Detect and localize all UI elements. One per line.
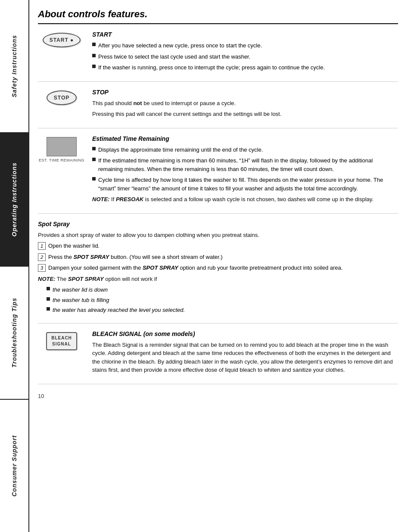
- start-title: START: [92, 31, 398, 38]
- spot-sub-text-2: the washer tub is filling: [53, 296, 109, 305]
- bleach-button-icon: BLEACHSIGNAL: [46, 332, 77, 350]
- display-box-icon: [47, 137, 77, 156]
- step-num-1: 1: [38, 242, 46, 250]
- bullet-icon: [47, 307, 50, 311]
- bleach-paragraph: The Bleach Signal is a reminder signal t…: [92, 341, 398, 374]
- spot-spray-section: Spot Spray Provides a short spray of wat…: [38, 214, 398, 324]
- stop-para-2: Pressing this pad will cancel the curren…: [92, 110, 398, 118]
- sidebar-section-operating: Operating Instructions: [0, 133, 28, 266]
- sidebar-section-consumer: Consumer Support: [0, 400, 28, 532]
- bullet-icon: [92, 147, 96, 150]
- est-bullet-3: Cycle time is affected by how long it ta…: [92, 176, 398, 193]
- est-bullet-text-3: Cycle time is affected by how long it ta…: [98, 176, 398, 193]
- step-num-2: 2: [38, 253, 46, 261]
- stop-section: STOP STOP This pad should not be used to…: [38, 82, 398, 128]
- bleach-title: BLEACH SIGNAL (on some models): [92, 330, 398, 337]
- stop-title: STOP: [92, 89, 398, 96]
- spot-note: NOTE: The SPOT SPRAY option will not wor…: [38, 275, 398, 283]
- start-bullet-1: After you have selected a new cycle, pre…: [92, 41, 398, 50]
- start-bullet-text-2: Press twice to select the last cycle use…: [98, 53, 398, 61]
- est-time-caption: Est. Time Remaining: [39, 158, 84, 162]
- est-time-icon-col: Est. Time Remaining: [38, 135, 85, 206]
- stop-content: STOP This pad should not be used to inte…: [92, 89, 398, 121]
- sidebar-label-consumer: Consumer Support: [11, 435, 18, 497]
- est-time-section: Est. Time Remaining Estimated Time Remai…: [38, 128, 398, 214]
- start-icon-col: START ●: [38, 31, 85, 75]
- est-bullet-2: If the estimated time remaining is more …: [92, 156, 398, 173]
- sidebar: Safety Instructions Operating Instructio…: [0, 0, 29, 532]
- sidebar-section-safety: Safety Instructions: [0, 0, 28, 133]
- spot-step-1: 1 Open the washer lid.: [38, 242, 398, 250]
- spot-spray-title: Spot Spray: [38, 221, 398, 227]
- bullet-icon: [92, 54, 96, 57]
- sidebar-label-safety: Safety Instructions: [11, 35, 18, 97]
- step-text-1: Open the washer lid.: [48, 242, 398, 250]
- est-bullet-text-2: If the estimated time remaining is more …: [98, 156, 398, 173]
- bleach-signal-section: BLEACHSIGNAL BLEACH SIGNAL (on some mode…: [38, 324, 398, 384]
- spot-spray-content: Spot Spray Provides a short spray of wat…: [38, 221, 398, 316]
- bullet-icon: [92, 177, 96, 180]
- start-button-icon: START ●: [43, 33, 81, 47]
- spot-sub-bullet-2: the washer tub is filling: [47, 296, 398, 305]
- bullet-icon: [92, 158, 96, 161]
- est-time-title: Estimated Time Remaining: [92, 135, 398, 142]
- spot-sub-text-1: the washer lid is down: [53, 286, 108, 294]
- spot-spray-intro: Provides a short spray of water to allow…: [38, 231, 398, 240]
- step-num-3: 3: [38, 264, 46, 272]
- bullet-icon: [92, 65, 96, 68]
- bleach-content: BLEACH SIGNAL (on some models) The Bleac…: [92, 330, 398, 377]
- est-time-content: Estimated Time Remaining Displays the ap…: [92, 135, 398, 206]
- sidebar-label-operating: Operating Instructions: [11, 162, 18, 236]
- stop-para-1: This pad should not be used to interrupt…: [92, 99, 398, 108]
- bullet-icon: [92, 43, 96, 46]
- main-content: About controls features. START ● START A…: [29, 0, 411, 532]
- bleach-icon-col: BLEACHSIGNAL: [38, 330, 85, 377]
- est-bullet-text-1: Displays the approximate time remaining …: [98, 146, 398, 154]
- start-section: START ● START After you have selected a …: [38, 24, 398, 82]
- stop-icon-col: STOP: [38, 89, 85, 121]
- spot-step-2: 2 Press the SPOT SPRAY button. (You will…: [38, 253, 398, 261]
- page-number: 10: [38, 393, 398, 399]
- sidebar-label-troubleshooting: Troubleshooting Tips: [11, 298, 18, 368]
- spot-sub-bullet-3: the water has already reached the level …: [47, 306, 398, 314]
- start-bullet-2: Press twice to select the last cycle use…: [92, 53, 398, 61]
- start-bullet-text-3: If the washer is running, press once to …: [98, 63, 398, 72]
- bullet-icon: [47, 297, 50, 301]
- stop-button-icon: STOP: [47, 90, 77, 105]
- step-text-3: Dampen your soiled garment with the SPOT…: [48, 264, 398, 272]
- start-bullet-text-1: After you have selected a new cycle, pre…: [98, 41, 398, 50]
- page-title: About controls features.: [38, 9, 398, 20]
- sidebar-section-troubleshooting: Troubleshooting Tips: [0, 267, 28, 400]
- est-bullet-1: Displays the approximate time remaining …: [92, 146, 398, 154]
- est-note: NOTE: If PRESOAK is selected and a follo…: [92, 195, 398, 204]
- spot-sub-bullet-1: the washer lid is down: [47, 286, 398, 294]
- start-bullet-3: If the washer is running, press once to …: [92, 63, 398, 72]
- bullet-icon: [47, 287, 50, 290]
- spot-sub-text-3: the water has already reached the level …: [53, 306, 185, 314]
- start-content: START After you have selected a new cycl…: [92, 31, 398, 75]
- spot-step-3: 3 Dampen your soiled garment with the SP…: [38, 264, 398, 272]
- step-text-2: Press the SPOT SPRAY button. (You will s…: [48, 253, 398, 261]
